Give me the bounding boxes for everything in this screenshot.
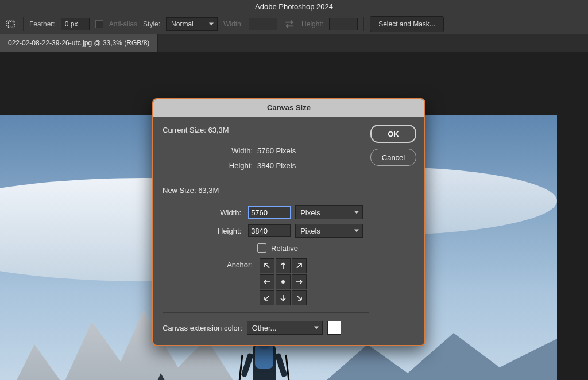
new-height-input[interactable] xyxy=(248,224,291,237)
height-input xyxy=(329,18,358,30)
height-label: Height: xyxy=(301,20,323,28)
current-width-label: Width: xyxy=(169,146,257,155)
anchor-e[interactable] xyxy=(292,274,307,289)
current-height-label: Height: xyxy=(169,161,257,170)
cancel-button[interactable]: Cancel xyxy=(370,149,416,166)
extension-color-swatch[interactable] xyxy=(327,321,341,335)
antialias-label: Anti-alias xyxy=(109,20,137,28)
feather-input[interactable] xyxy=(61,18,90,30)
anchor-w[interactable] xyxy=(260,274,274,289)
anchor-sw[interactable] xyxy=(260,290,274,305)
extension-color-select[interactable]: Other... xyxy=(247,321,323,335)
dialog-title: Canvas Size xyxy=(153,99,424,117)
new-size-group: Width: Pixels Height: Pixels xyxy=(163,197,369,313)
anchor-ne[interactable] xyxy=(292,258,307,273)
style-select-value: Normal xyxy=(171,20,194,28)
app-title: Adobe Photoshop 2024 xyxy=(0,0,588,14)
anchor-n[interactable] xyxy=(276,258,291,273)
svg-rect-0 xyxy=(9,22,15,28)
new-width-label: Width: xyxy=(169,208,243,217)
svg-rect-1 xyxy=(7,20,13,26)
document-tab-label: 022-02-08-22-39-26-utc.jpg @ 33,3% (RGB/… xyxy=(8,39,149,47)
document-tabs: 022-02-08-22-39-26-utc.jpg @ 33,3% (RGB/… xyxy=(0,34,588,52)
extension-color-value: Other... xyxy=(252,324,277,332)
canvas-size-dialog: Canvas Size OK Cancel Current Size: 63,3… xyxy=(152,98,425,346)
antialias-checkbox xyxy=(95,20,103,28)
chevron-down-icon xyxy=(354,230,359,232)
marquee-tool-icon[interactable] xyxy=(5,18,17,30)
anchor-se[interactable] xyxy=(292,290,307,305)
anchor-center[interactable] xyxy=(276,274,291,289)
new-height-unit-select[interactable]: Pixels xyxy=(295,224,363,238)
feather-label: Feather: xyxy=(29,20,55,28)
new-width-input[interactable] xyxy=(248,206,291,219)
style-select[interactable]: Normal xyxy=(166,17,218,31)
current-size-group: Width: 5760 Pixels Height: 3840 Pixels xyxy=(163,137,369,180)
divider xyxy=(363,17,364,31)
current-size-heading: Current Size: 63,3M xyxy=(163,126,369,134)
current-width-value: 5760 Pixels xyxy=(257,146,296,155)
new-height-unit-value: Pixels xyxy=(300,227,320,235)
anchor-label: Anchor: xyxy=(169,258,255,269)
current-height-value: 3840 Pixels xyxy=(257,161,296,170)
anchor-s[interactable] xyxy=(276,290,291,305)
chevron-down-icon xyxy=(314,327,319,329)
new-width-unit-select[interactable]: Pixels xyxy=(295,205,363,219)
new-height-label: Height: xyxy=(169,227,243,235)
anchor-nw[interactable] xyxy=(260,258,274,273)
dot-icon xyxy=(281,280,285,284)
cancel-button-label: Cancel xyxy=(382,153,405,162)
width-input xyxy=(249,18,277,30)
extension-color-label: Canvas extension color: xyxy=(163,324,242,332)
swap-dimensions-icon xyxy=(283,18,296,30)
width-label: Width: xyxy=(223,20,243,28)
ok-button[interactable]: OK xyxy=(370,125,416,143)
relative-checkbox[interactable] xyxy=(257,243,266,253)
options-bar: Feather: Anti-alias Style: Normal Width:… xyxy=(0,14,588,35)
ok-button-label: OK xyxy=(388,130,399,138)
new-width-unit-value: Pixels xyxy=(300,208,320,217)
chevron-down-icon xyxy=(209,23,214,26)
chevron-down-icon xyxy=(354,211,359,214)
style-label: Style: xyxy=(143,20,160,28)
new-size-heading: New Size: 63,3M xyxy=(163,186,369,195)
divider xyxy=(23,17,24,31)
select-and-mask-label: Select and Mask... xyxy=(378,20,435,28)
anchor-grid xyxy=(260,258,307,305)
relative-label: Relative xyxy=(271,244,298,253)
select-and-mask-button[interactable]: Select and Mask... xyxy=(370,16,444,32)
document-tab[interactable]: 022-02-08-22-39-26-utc.jpg @ 33,3% (RGB/… xyxy=(0,34,158,52)
